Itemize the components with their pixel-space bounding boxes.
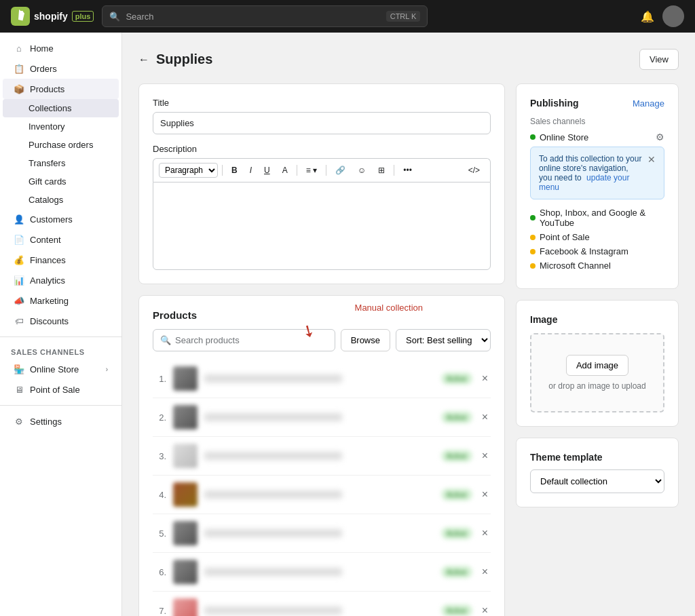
more-button[interactable]: •••	[398, 163, 417, 178]
sidebar-item-marketing-label: Marketing	[30, 296, 69, 306]
browse-button[interactable]: Browse	[341, 329, 390, 351]
view-button[interactable]: View	[639, 49, 679, 70]
paragraph-select[interactable]: Paragraph	[159, 163, 218, 178]
sidebar-item-finances[interactable]: 💰 Finances	[3, 250, 119, 270]
color-button[interactable]: A	[278, 163, 293, 178]
sidebar-item-analytics[interactable]: 📊 Analytics	[3, 270, 119, 290]
publishing-card: Publishing Manage Sales channels Online …	[516, 83, 679, 289]
underline-button[interactable]: U	[259, 163, 275, 178]
brand-tag: plus	[72, 11, 94, 22]
sidebar-sub-inventory[interactable]: Inventory	[3, 117, 119, 136]
manage-link[interactable]: Manage	[633, 98, 664, 109]
product-remove-3[interactable]: ×	[479, 450, 491, 462]
sidebar-divider-2	[0, 405, 121, 406]
product-num-7: 7.	[153, 606, 166, 616]
sidebar-item-orders[interactable]: 📋 Orders	[3, 58, 119, 79]
theme-template-select[interactable]: Default collection	[530, 469, 664, 493]
rte-divider-1	[222, 165, 223, 176]
sidebar-sub-catalogs-label: Catalogs	[29, 195, 63, 205]
products-search-row: 🔍 Search products Browse Sort: Best sell…	[153, 329, 491, 351]
channel-shop: Shop, Inbox, and Google & YouTube	[530, 208, 664, 228]
sidebar-item-online-store[interactable]: 🏪 Online Store ›	[3, 359, 119, 379]
product-info-3	[204, 452, 434, 460]
product-remove-7[interactable]: ×	[479, 604, 491, 616]
content-sidebar: Publishing Manage Sales channels Online …	[516, 83, 679, 616]
product-info-7	[204, 607, 434, 615]
italic-button[interactable]: I	[245, 163, 257, 178]
discounts-icon: 🏷	[14, 315, 24, 326]
main-content: ← Supplies View Title Description Paragr…	[122, 33, 695, 616]
content-main: Title Description Paragraph B I U A	[138, 83, 505, 616]
description-label: Description	[153, 144, 491, 154]
link-button[interactable]: 🔗	[331, 163, 350, 178]
back-button[interactable]: ←	[138, 54, 149, 66]
align-button[interactable]: ≡ ▾	[301, 163, 322, 178]
page-title: Supplies	[156, 52, 212, 67]
image-drop-zone[interactable]: Add image or drop an image to upload	[530, 333, 664, 412]
sidebar-item-discounts[interactable]: 🏷 Discounts	[3, 311, 119, 331]
theme-template-title: Theme template	[530, 452, 664, 463]
sort-select[interactable]: Sort: Best selling	[396, 329, 491, 351]
rte-toolbar: Paragraph B I U A ≡ ▾ 🔗 ☺ ⊞	[153, 158, 491, 182]
rte-divider-3	[326, 165, 326, 176]
sidebar-sub-collections[interactable]: Collections	[3, 99, 119, 117]
sales-channels-label: Sales channels	[530, 117, 664, 126]
code-button[interactable]: </>	[464, 163, 485, 178]
sidebar-item-finances-label: Finances	[30, 255, 66, 265]
sidebar-item-orders-label: Orders	[30, 64, 57, 74]
online-store-settings-button[interactable]: ⚙	[656, 132, 664, 142]
product-remove-6[interactable]: ×	[479, 566, 491, 578]
title-label: Title	[153, 98, 491, 108]
product-thumb-3	[173, 444, 198, 468]
description-editor[interactable]	[153, 182, 491, 270]
add-image-button[interactable]: Add image	[566, 355, 628, 376]
shop-label: Shop, Inbox, and Google & YouTube	[540, 208, 664, 228]
sidebar-item-content[interactable]: 📄 Content	[3, 229, 119, 250]
notification-bell-icon[interactable]: 🔔	[641, 10, 654, 23]
analytics-icon: 📊	[14, 275, 24, 286]
theme-template-card: Theme template Default collection	[516, 438, 679, 507]
sidebar-item-marketing[interactable]: 📣 Marketing	[3, 290, 119, 311]
search-icon: 🔍	[109, 12, 120, 22]
product-thumb-7	[173, 598, 198, 616]
settings-icon: ⚙	[14, 416, 24, 427]
pos-label: Point of Sale	[540, 232, 590, 242]
sidebar-item-pos[interactable]: 🖥 Point of Sale	[3, 379, 119, 400]
publishing-title: Publishing	[530, 98, 579, 109]
sidebar-item-customers[interactable]: 👤 Customers	[3, 209, 119, 229]
sidebar-sub-transfers-label: Transfers	[29, 158, 65, 168]
sidebar-item-pos-label: Point of Sale	[30, 385, 80, 395]
pos-status-dot	[530, 235, 536, 240]
product-info-2	[204, 413, 434, 421]
products-search[interactable]: 🔍 Search products	[153, 329, 335, 351]
emoji-button[interactable]: ☺	[353, 163, 371, 178]
info-banner-close-button[interactable]: ✕	[647, 154, 656, 165]
online-store-label: Online Store	[540, 132, 588, 142]
sidebar-sub-gift-cards[interactable]: Gift cards	[3, 172, 119, 191]
product-remove-1[interactable]: ×	[479, 372, 491, 385]
title-input[interactable]	[153, 112, 491, 134]
avatar[interactable]	[662, 5, 684, 27]
table-button[interactable]: ⊞	[373, 163, 390, 178]
channel-microsoft: Microsoft Channel	[530, 261, 664, 271]
product-thumb-2	[173, 405, 198, 429]
product-num-4: 4.	[153, 490, 166, 500]
sidebar-item-settings[interactable]: ⚙ Settings	[3, 411, 119, 431]
product-remove-2[interactable]: ×	[479, 411, 491, 423]
sales-channels-section: Sales channels	[0, 343, 121, 359]
product-thumb-1	[173, 366, 198, 391]
sidebar-sub-transfers[interactable]: Transfers	[3, 154, 119, 172]
bold-button[interactable]: B	[227, 163, 242, 178]
customers-icon: 👤	[14, 214, 24, 225]
pos-icon: 🖥	[14, 384, 24, 395]
sidebar-item-discounts-label: Discounts	[30, 316, 69, 326]
search-bar[interactable]: 🔍 Search CTRL K	[102, 5, 428, 27]
sidebar-item-home[interactable]: ⌂ Home	[3, 38, 119, 58]
sidebar-sub-catalogs[interactable]: Catalogs	[3, 191, 119, 209]
product-remove-4[interactable]: ×	[479, 488, 491, 501]
product-remove-5[interactable]: ×	[479, 527, 491, 539]
info-banner-text: To add this collection to your online st…	[539, 154, 642, 192]
sidebar-item-products[interactable]: 📦 Products	[3, 79, 119, 99]
sidebar-sub-purchase-orders[interactable]: Purchase orders	[3, 136, 119, 154]
product-thumb-6	[173, 560, 198, 584]
